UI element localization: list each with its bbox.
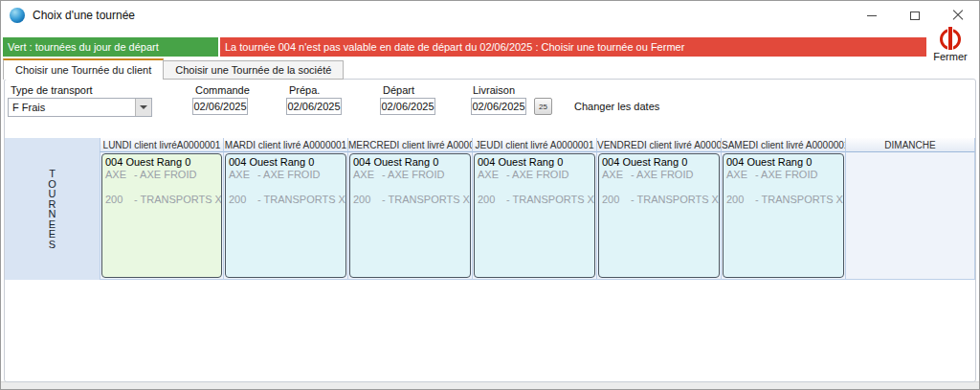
tournee-card-vendredi[interactable]: 004 Ouest Rang 0 AXE- AXE FROID 200- TRA… — [598, 153, 720, 278]
transport-value: F Frais — [9, 102, 135, 113]
transport-label: Type de transport — [11, 84, 93, 96]
tournees-vertical-text: TOURNEES — [47, 169, 57, 249]
day-column-mardi: MARDI client livré A0000001 004 Ouest Ra… — [224, 138, 348, 280]
tournee-card-samedi[interactable]: 004 Ouest Rang 0 AXE- AXE FROID 200- TRA… — [723, 153, 844, 278]
card-transport-line: 200- TRANSPORTS XY — [602, 194, 716, 206]
change-dates-label: Changer les dates — [574, 101, 659, 112]
close-icon — [952, 10, 964, 21]
card-axe-line: AXE- AXE FROID — [353, 169, 467, 181]
card-transport-line: 200- TRANSPORTS XY — [353, 194, 467, 206]
app-icon — [10, 8, 25, 23]
title-bar: Choix d'une tournée — [1, 1, 979, 30]
day-column-lundi: LUNDI client livréA0000001 004 Ouest Ran… — [100, 138, 224, 280]
tournee-card-mercredi[interactable]: 004 Ouest Rang 0 AXE- AXE FROID 200- TRA… — [349, 153, 471, 278]
tournees-row-label: TOURNEES — [5, 138, 100, 280]
calendar-icon: 25 — [539, 103, 547, 111]
day-body-vendredi: 004 Ouest Rang 0 AXE- AXE FROID 200- TRA… — [597, 152, 722, 280]
livraison-label: Livraison — [473, 84, 515, 96]
maximize-button[interactable] — [893, 1, 936, 30]
day-header-jeudi: JEUDI client livré A0000001 — [473, 138, 597, 152]
card-axe-line: AXE- AXE FROID — [602, 169, 716, 181]
form-row: Type de transport F Frais Commande Prépa… — [5, 82, 975, 121]
tab-bar: Choisir une Tournée du client Choisir un… — [3, 58, 344, 80]
transport-select[interactable]: F Frais — [8, 98, 152, 117]
day-column-dimanche: DIMANCHE — [846, 138, 975, 280]
day-column-vendredi: VENDREDI client livré A0000001 004 Ouest… — [597, 138, 722, 280]
power-icon — [940, 29, 961, 50]
day-header-mercredi: MERCREDI client livré A0000001 — [348, 138, 473, 152]
fermer-button[interactable]: Fermer — [926, 28, 974, 70]
day-header-samedi: SAMEDI client livré A0000001 — [722, 138, 846, 152]
error-banner: La tournée 004 n'est pas valable en date… — [220, 37, 932, 57]
card-axe-line: AXE- AXE FROID — [105, 169, 218, 181]
maximize-icon — [910, 11, 920, 20]
day-column-jeudi: JEUDI client livré A0000001 004 Ouest Ra… — [473, 138, 597, 280]
content-panel: Type de transport F Frais Commande Prépa… — [4, 79, 976, 382]
day-header-vendredi: VENDREDI client livré A0000001 — [597, 138, 722, 152]
day-header-mardi: MARDI client livré A0000001 — [224, 138, 348, 152]
card-axe-line: AXE- AXE FROID — [726, 169, 840, 181]
card-title: 004 Ouest Rang 0 — [602, 155, 716, 169]
day-body-samedi: 004 Ouest Rang 0 AXE- AXE FROID 200- TRA… — [722, 152, 846, 280]
chevron-down-icon[interactable] — [135, 99, 151, 116]
day-column-samedi: SAMEDI client livré A0000001 004 Ouest R… — [722, 138, 846, 280]
card-title: 004 Ouest Rang 0 — [105, 155, 218, 169]
tournee-card-lundi[interactable]: 004 Ouest Rang 0 AXE- AXE FROID 200- TRA… — [101, 153, 222, 278]
prepa-date-input[interactable] — [286, 98, 342, 115]
day-header-lundi: LUNDI client livréA0000001 — [100, 138, 224, 152]
window-bottom-edge — [1, 381, 979, 389]
tournees-grid: TOURNEES LUNDI client livréA0000001 004 … — [5, 138, 975, 280]
tournee-card-jeudi[interactable]: 004 Ouest Rang 0 AXE- AXE FROID 200- TRA… — [474, 153, 595, 278]
calendar-button[interactable]: 25 — [534, 98, 552, 115]
depart-date-input[interactable] — [380, 98, 435, 115]
depart-label: Départ — [383, 84, 414, 96]
livraison-date-input[interactable] — [471, 98, 526, 115]
fermer-label: Fermer — [933, 51, 967, 62]
day-body-dimanche — [846, 152, 975, 280]
day-body-mercredi: 004 Ouest Rang 0 AXE- AXE FROID 200- TRA… — [348, 152, 473, 280]
day-body-mardi: 004 Ouest Rang 0 AXE- AXE FROID 200- TRA… — [224, 152, 348, 280]
card-title: 004 Ouest Rang 0 — [726, 155, 840, 169]
dialog-window: Choix d'une tournée Vert : tournées du j… — [0, 0, 980, 390]
day-body-lundi: 004 Ouest Rang 0 AXE- AXE FROID 200- TRA… — [100, 152, 224, 280]
card-axe-line: AXE- AXE FROID — [478, 169, 591, 181]
commande-date-input[interactable] — [192, 98, 248, 115]
tab-tournee-societe[interactable]: Choisir une Tournée de la société — [164, 60, 344, 80]
tab-tournee-client[interactable]: Choisir une Tournée du client — [3, 58, 164, 80]
day-header-dimanche: DIMANCHE — [846, 138, 975, 152]
day-body-jeudi: 004 Ouest Rang 0 AXE- AXE FROID 200- TRA… — [473, 152, 597, 280]
minimize-icon — [867, 15, 877, 16]
card-transport-line: 200- TRANSPORTS XY — [229, 194, 343, 206]
minimize-button[interactable] — [850, 1, 893, 30]
card-transport-line: 200- TRANSPORTS XY — [105, 194, 218, 206]
card-title: 004 Ouest Rang 0 — [478, 155, 591, 169]
window-title: Choix d'une tournée — [33, 9, 135, 22]
day-column-mercredi: MERCREDI client livré A0000001 004 Ouest… — [348, 138, 473, 280]
close-button[interactable] — [936, 1, 979, 30]
card-transport-line: 200- TRANSPORTS XY — [726, 194, 840, 206]
commande-label: Commande — [195, 84, 250, 96]
tournee-card-mardi[interactable]: 004 Ouest Rang 0 AXE- AXE FROID 200- TRA… — [225, 153, 346, 278]
window-controls — [850, 1, 979, 30]
legend-banner: Vert : tournées du jour de départ — [3, 37, 218, 57]
card-axe-line: AXE- AXE FROID — [229, 169, 343, 181]
card-title: 004 Ouest Rang 0 — [353, 155, 467, 169]
prepa-label: Prépa. — [289, 84, 320, 96]
card-transport-line: 200- TRANSPORTS XY — [478, 194, 591, 206]
card-title: 004 Ouest Rang 0 — [229, 155, 343, 169]
